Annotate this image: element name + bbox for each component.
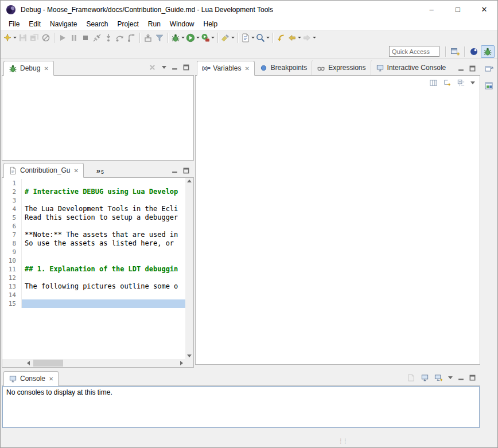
line-number[interactable]: 8	[2, 239, 22, 248]
external-tools-button[interactable]	[200, 32, 215, 44]
view-menu-icon[interactable]	[162, 66, 166, 69]
variables-tree-area[interactable]	[196, 91, 480, 364]
minimized-view-stack-button[interactable]	[483, 80, 495, 92]
scroll-up-icon[interactable]	[187, 180, 192, 182]
close-tab-icon[interactable]: ✕	[44, 65, 48, 72]
new-file-button[interactable]	[240, 32, 255, 44]
maximize-view-icon[interactable]	[469, 65, 476, 72]
scroll-right-button[interactable]	[177, 359, 185, 367]
horizontal-scrollbar[interactable]	[2, 359, 193, 367]
tab-expressions[interactable]: Expressions	[312, 60, 370, 75]
menu-item[interactable]: Search	[81, 19, 112, 29]
editor-line[interactable]: 14	[2, 291, 185, 299]
tab-breakpoints[interactable]: Breakpoints	[255, 60, 312, 75]
menu-item[interactable]: Navigate	[45, 19, 81, 29]
remove-terminated-icon[interactable]	[148, 63, 157, 72]
line-text[interactable]	[22, 196, 185, 205]
editor-line[interactable]: 2 # Interactive DEBUG using Lua Develop	[2, 188, 185, 196]
save-button[interactable]	[17, 32, 29, 44]
line-text[interactable]: Read this section to setup a debugger	[22, 213, 185, 222]
line-text[interactable]	[22, 179, 185, 188]
console-output-area[interactable]: No consoles to display at this time.	[2, 386, 480, 428]
quick-access-input[interactable]	[389, 46, 439, 57]
line-number[interactable]: 14	[2, 291, 22, 299]
line-text[interactable]	[22, 256, 185, 265]
step-into-button[interactable]	[103, 32, 114, 44]
scroll-down-icon[interactable]	[187, 354, 192, 357]
menu-item[interactable]: Window	[165, 19, 199, 29]
use-step-filters-button[interactable]	[154, 32, 165, 44]
line-text[interactable]: **Note:** The assets that are used in	[22, 231, 185, 239]
tab-editor-contribution-guide[interactable]: Contribution_Gu ✕	[3, 163, 84, 178]
new-wizard-button[interactable]	[2, 32, 17, 44]
line-number[interactable]: 7	[2, 231, 22, 239]
line-number[interactable]: 6	[2, 222, 22, 231]
menu-item[interactable]: Project	[112, 19, 143, 29]
editor-line[interactable]: 1	[2, 179, 185, 188]
menu-item[interactable]: Help	[199, 19, 223, 29]
editor-line[interactable]: 5 Read this section to setup a debugger	[2, 213, 185, 222]
minimize-view-icon[interactable]	[172, 167, 178, 174]
minimize-view-icon[interactable]	[458, 65, 464, 72]
save-all-button[interactable]	[29, 32, 40, 44]
pin-console-icon[interactable]	[407, 373, 415, 382]
editor-line[interactable]: 9	[2, 248, 185, 256]
horizontal-scroll-track[interactable]	[32, 359, 177, 367]
forward-history-button[interactable]	[302, 32, 317, 44]
resume-button[interactable]	[57, 32, 68, 44]
line-number[interactable]: 1	[2, 179, 22, 188]
collapse-all-icon[interactable]	[457, 79, 465, 87]
maximize-view-icon[interactable]	[183, 64, 189, 71]
line-number[interactable]: 15	[2, 299, 22, 308]
maximize-view-icon[interactable]	[183, 167, 189, 174]
debug-perspective-button[interactable]	[481, 45, 495, 58]
line-text[interactable]	[22, 222, 185, 231]
show-columns-icon[interactable]	[429, 79, 438, 87]
editor-line[interactable]: 8 So use the assets as listed here, or	[2, 239, 185, 248]
close-tab-icon[interactable]: ✕	[49, 376, 53, 382]
open-console-icon[interactable]	[434, 373, 443, 382]
line-text[interactable]: So use the assets as listed here, or	[22, 239, 185, 248]
search-button[interactable]	[220, 32, 235, 44]
skip-all-breakpoints-button[interactable]	[40, 32, 52, 44]
open-console-dropdown-icon[interactable]	[448, 376, 453, 379]
line-text[interactable]	[22, 299, 185, 308]
tab-interactive-console[interactable]: Interactive Console	[371, 60, 451, 75]
tab-console[interactable]: Console ✕	[3, 371, 59, 386]
lua-perspective-button[interactable]	[467, 45, 481, 58]
maximize-view-icon[interactable]	[469, 375, 476, 381]
line-text[interactable]: The Lua Development Tools in the Ecli	[22, 205, 185, 213]
tab-debug[interactable]: Debug ✕	[3, 61, 54, 76]
menu-item[interactable]: Run	[143, 19, 165, 29]
editor-line[interactable]: 7 **Note:** The assets that are used in	[2, 231, 185, 239]
debug-button[interactable]	[170, 32, 185, 44]
horizontal-scroll-thumb[interactable]	[33, 360, 63, 367]
view-menu-icon[interactable]	[470, 81, 475, 84]
line-number[interactable]: 9	[2, 248, 22, 256]
editor-line[interactable]: 3	[2, 196, 185, 205]
disconnect-button[interactable]	[91, 32, 103, 44]
line-text[interactable]: # Interactive DEBUG using Lua Develop	[22, 188, 185, 196]
line-number[interactable]: 5	[2, 213, 22, 222]
close-tab-icon[interactable]: ✕	[73, 167, 78, 174]
run-button[interactable]	[185, 32, 200, 44]
step-return-button[interactable]	[126, 32, 137, 44]
menu-item[interactable]: Edit	[24, 19, 45, 29]
minimize-view-icon[interactable]	[458, 375, 464, 381]
editor-line[interactable]: 4 The Lua Development Tools in the Ecli	[2, 205, 185, 213]
close-tab-icon[interactable]: ✕	[244, 65, 249, 72]
line-number[interactable]: 2	[2, 188, 22, 196]
line-text[interactable]	[22, 274, 185, 282]
line-number[interactable]: 3	[2, 196, 22, 205]
debug-tree-area[interactable]	[2, 76, 194, 161]
menu-item[interactable]: File	[4, 19, 24, 29]
step-over-button[interactable]	[114, 32, 126, 44]
line-text[interactable]	[22, 291, 185, 299]
show-logical-structures-icon[interactable]	[443, 79, 452, 87]
minimize-window-button[interactable]: –	[418, 1, 445, 18]
line-number[interactable]: 4	[2, 205, 22, 213]
restore-view-button[interactable]	[483, 63, 495, 75]
editor-line[interactable]: 6	[2, 222, 185, 231]
editor-text-area[interactable]: 1 2 # Interactive DEBUG using Lua Develo…	[2, 178, 185, 359]
scroll-left-button[interactable]	[24, 359, 32, 367]
